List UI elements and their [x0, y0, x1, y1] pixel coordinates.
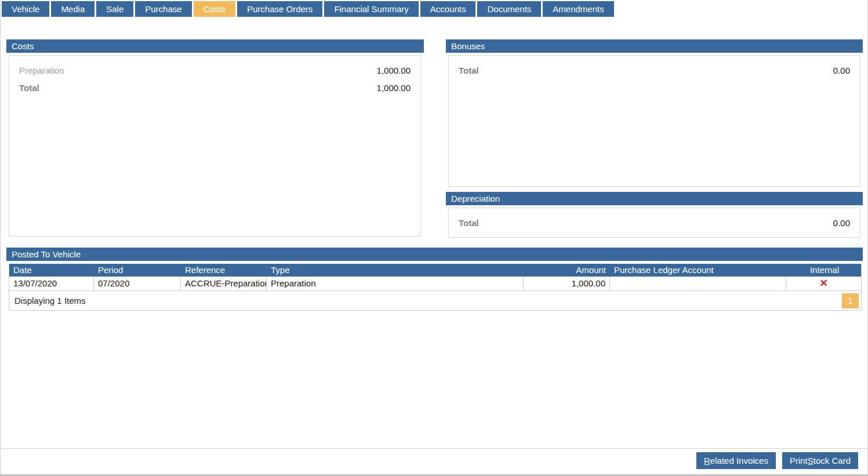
button-label-part: Print	[790, 456, 808, 466]
cell-amount: 1,000.00	[524, 277, 610, 290]
cost-value: 1,000.00	[377, 66, 411, 75]
column-header-type[interactable]: Type	[267, 264, 524, 277]
costs-panel-header: Costs	[6, 39, 424, 53]
depreciation-total-value: 0.00	[833, 218, 850, 228]
cost-total-label: Total	[19, 83, 39, 93]
button-label-part: elated Invoices	[710, 456, 768, 466]
bonuses-panel-header: Bonuses	[446, 39, 863, 53]
tab-vehicle[interactable]: Vehicle	[2, 1, 49, 17]
cell-reference: ACCRUE-Preparation	[181, 277, 267, 290]
cell-internal: ✕	[786, 277, 861, 290]
column-header-purchase-ledger-account[interactable]: Purchase Ledger Account	[610, 264, 786, 277]
tab-costs[interactable]: Costs	[194, 1, 235, 17]
tab-bar: Vehicle Media Sale Purchase Costs Purcha…	[2, 1, 614, 17]
items-count-label: Displaying 1 Items	[14, 296, 86, 306]
column-header-amount[interactable]: Amount	[524, 264, 610, 277]
table-footer: Displaying 1 Items 1	[9, 291, 861, 310]
posted-to-vehicle-table: Date Period Reference Type Amount Purcha…	[9, 264, 862, 311]
column-header-date[interactable]: Date	[9, 264, 94, 277]
tab-documents[interactable]: Documents	[477, 1, 541, 17]
bonuses-panel-body: Total 0.00	[448, 55, 860, 187]
table-header-row: Date Period Reference Type Amount Purcha…	[9, 264, 861, 277]
costs-panel-body: Preparation 1,000.00 Total 1,000.00	[9, 55, 421, 237]
depreciation-panel-header: Depreciation	[446, 192, 863, 205]
tab-amendments[interactable]: Amendments	[543, 1, 613, 17]
bonuses-row-total: Total 0.00	[459, 66, 850, 75]
cost-label: Preparation	[19, 66, 64, 75]
button-label-part: tock Card	[813, 456, 851, 466]
related-invoices-button[interactable]: Related Invoices	[696, 452, 776, 469]
depreciation-total-label: Total	[459, 218, 479, 228]
button-accesskey: S	[808, 456, 813, 466]
table-row[interactable]: 13/07/2020 07/2020 ACCRUE-Preparation Pr…	[9, 277, 861, 291]
column-header-period[interactable]: Period	[94, 264, 181, 277]
cell-type: Preparation	[267, 277, 524, 290]
tab-accounts[interactable]: Accounts	[420, 1, 476, 17]
footer-button-group: Related Invoices Print Stock Card	[696, 452, 858, 469]
posted-to-vehicle-header: Posted To Vehicle	[6, 248, 863, 261]
page-1-button[interactable]: 1	[842, 293, 859, 308]
vehicle-record-page: Vehicle Media Sale Purchase Costs Purcha…	[0, 0, 868, 476]
tab-financial-summary[interactable]: Financial Summary	[324, 1, 418, 17]
tab-purchase-orders[interactable]: Purchase Orders	[237, 1, 322, 17]
cost-total-value: 1,000.00	[377, 83, 411, 93]
column-header-internal[interactable]: Internal	[786, 264, 861, 277]
cell-date: 13/07/2020	[9, 277, 94, 290]
tab-sale[interactable]: Sale	[96, 1, 133, 17]
cell-purchase-ledger-account	[610, 277, 786, 290]
tab-media[interactable]: Media	[51, 1, 95, 17]
costs-row-preparation: Preparation 1,000.00	[19, 66, 411, 75]
column-header-reference[interactable]: Reference	[181, 264, 267, 277]
depreciation-panel-body: Total 0.00	[448, 208, 860, 238]
bonuses-total-label: Total	[459, 66, 479, 75]
print-stock-card-button[interactable]: Print Stock Card	[782, 452, 858, 469]
red-cross-icon[interactable]: ✕	[819, 278, 827, 289]
bonuses-total-value: 0.00	[833, 66, 850, 75]
costs-row-total: Total 1,000.00	[19, 83, 411, 93]
footer-divider	[1, 448, 867, 449]
button-accesskey: R	[704, 456, 710, 466]
tab-purchase[interactable]: Purchase	[135, 1, 191, 17]
cell-period: 07/2020	[94, 277, 181, 290]
depreciation-row-total: Total 0.00	[459, 218, 850, 228]
